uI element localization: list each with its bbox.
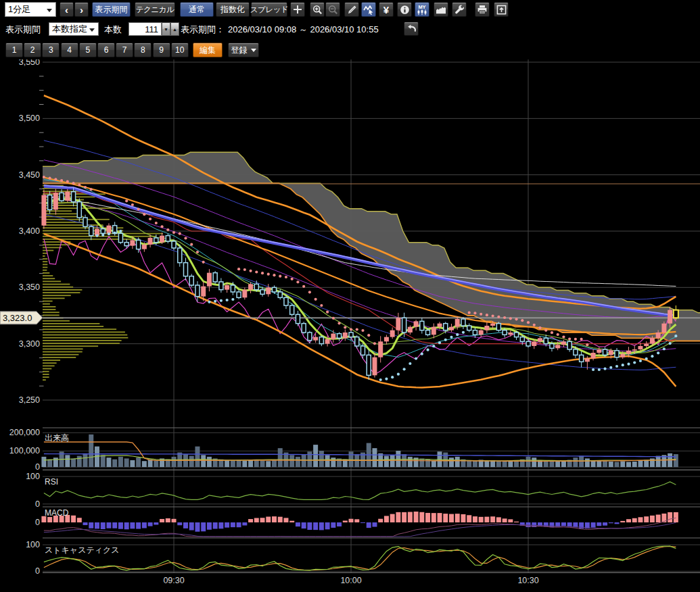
svg-text:出来高: 出来高 [45, 433, 69, 443]
preset-button-1[interactable]: 1 [5, 43, 23, 57]
chevron-down-icon [89, 28, 95, 32]
preset-button-2[interactable]: 2 [24, 43, 41, 57]
period-label: 表示期間 [5, 23, 41, 36]
zoom-in-button[interactable] [310, 2, 325, 17]
normal-button[interactable]: 通常 [180, 2, 214, 17]
count-increment-button[interactable]: ▲ [170, 22, 179, 36]
print-button[interactable] [475, 2, 490, 17]
yen-icon: ¥ [383, 4, 389, 16]
zoom-out-button[interactable] [325, 2, 340, 17]
trendline-button[interactable] [361, 2, 376, 17]
svg-text:100: 100 [26, 540, 40, 549]
preset-button-9[interactable]: 9 [153, 43, 170, 57]
svg-text:MACD: MACD [45, 508, 69, 518]
svg-text:ストキャスティクス: ストキャスティクス [45, 545, 120, 555]
undo-arrow-icon [406, 24, 417, 33]
count-input[interactable] [129, 22, 162, 36]
chart-canvas[interactable]: 3,323.03,5503,5003,4503,4003,3503,3003,2… [0, 59, 700, 592]
indexed-button[interactable]: 指数化 [216, 2, 250, 17]
draw-button[interactable] [344, 2, 359, 17]
svg-text:MY: MY [418, 4, 425, 10]
next-button[interactable]: › [74, 2, 89, 17]
info-icon [400, 5, 410, 15]
svg-text:200,000: 200,000 [9, 428, 40, 437]
svg-text:3,450: 3,450 [19, 170, 40, 180]
area-chart-button[interactable] [434, 2, 448, 17]
preset-button-6[interactable]: 6 [97, 43, 115, 57]
panel-separators [43, 428, 700, 572]
volume-panel: 200,000100,0000出来高 [9, 428, 678, 472]
undo-button[interactable] [404, 22, 419, 36]
preset-button-4[interactable]: 4 [61, 43, 78, 57]
wrench-icon [454, 5, 465, 15]
svg-text:0: 0 [35, 566, 40, 576]
preset-button-5[interactable]: 5 [79, 43, 97, 57]
svg-text:100: 100 [26, 472, 40, 481]
svg-text:3,250: 3,250 [19, 395, 40, 405]
my-chart-icon: MY [416, 4, 428, 16]
export-window-icon [496, 5, 507, 15]
yen-button[interactable]: ¥ [379, 2, 394, 17]
current-price: 3,323.0 [0, 312, 43, 324]
svg-text:0: 0 [35, 499, 40, 509]
preset-button-8[interactable]: 8 [134, 43, 151, 57]
macd-panel: 0MACD [35, 508, 678, 537]
svg-text:3,350: 3,350 [19, 282, 40, 292]
zoom-in-icon [312, 5, 323, 15]
crosshair-button[interactable] [290, 2, 305, 17]
count-label: 本数 [104, 23, 122, 36]
preset-button-7[interactable]: 7 [116, 43, 133, 57]
svg-text:0: 0 [35, 518, 40, 527]
period-mode-value: 本数指定 [52, 23, 87, 35]
svg-text:3,300: 3,300 [19, 339, 40, 349]
chart-application: 1分足 ‹ › 表示期間 テクニカル 通常 指数化 スプレッド ¥ MY [0, 0, 700, 592]
prev-button[interactable]: ‹ [60, 2, 74, 17]
interval-select[interactable]: 1分足 [5, 2, 56, 17]
chevron-down-icon [47, 9, 52, 12]
area-chart-icon [436, 5, 446, 14]
svg-text:RSI: RSI [45, 477, 58, 487]
period-mode-select[interactable]: 本数指定 [49, 22, 99, 36]
display-period-button[interactable]: 表示期間 [92, 2, 131, 17]
printer-icon [477, 5, 488, 15]
my-chart-button[interactable]: MY [415, 2, 429, 17]
preset-button-10[interactable]: 10 [171, 43, 189, 57]
register-button[interactable]: 登録 [228, 43, 259, 57]
svg-text:10:30: 10:30 [517, 576, 538, 585]
count-decrement-button[interactable]: ▼ [162, 22, 170, 36]
info-button[interactable] [397, 2, 412, 17]
zoom-out-icon [328, 5, 338, 15]
open-window-button[interactable] [494, 2, 509, 17]
chevron-down-icon [251, 49, 256, 52]
pencil-icon [347, 5, 357, 15]
svg-text:3,550: 3,550 [19, 59, 40, 67]
svg-text:3,400: 3,400 [19, 226, 40, 236]
trendline-cursor-icon [363, 5, 374, 15]
range-value: 2026/03/10 09:08 ～ 2026/03/10 10:55 [228, 23, 379, 36]
interval-select-value: 1分足 [8, 3, 30, 16]
technical-button[interactable]: テクニカル [135, 2, 175, 17]
x-axis-labels: 09:3010:0010:30 [163, 576, 538, 585]
edit-button[interactable]: 編集 [193, 43, 223, 57]
svg-text:100,000: 100,000 [9, 446, 40, 455]
settings-button[interactable] [452, 2, 467, 17]
svg-text:3,500: 3,500 [19, 114, 40, 123]
spread-button[interactable]: スプレッド [251, 2, 287, 17]
svg-text:0: 0 [35, 462, 40, 472]
range-label: 表示期間： [181, 23, 225, 36]
svg-text:3,323.0: 3,323.0 [3, 313, 32, 323]
preset-button-3[interactable]: 3 [42, 43, 60, 57]
y-axis-labels: 3,5503,5003,4503,4003,3503,3003,250 [19, 59, 40, 405]
svg-text:09:30: 09:30 [163, 576, 184, 585]
crosshair-icon [293, 5, 302, 14]
svg-text:10:00: 10:00 [340, 576, 361, 585]
